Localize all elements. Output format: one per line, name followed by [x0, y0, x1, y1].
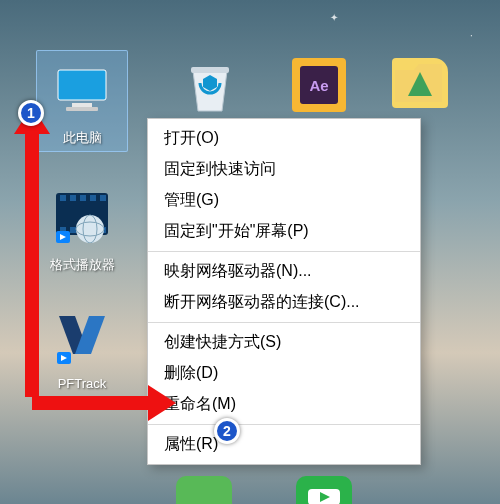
- menu-separator: [148, 322, 420, 323]
- svg-rect-7: [80, 195, 86, 201]
- icon-label: PFTrack: [36, 376, 128, 391]
- star-decoration: ✦: [330, 12, 338, 23]
- desktop-icon-recycle-bin[interactable]: [170, 54, 242, 128]
- desktop-icon-pftrack[interactable]: PFTrack: [36, 302, 128, 391]
- computer-icon: [42, 55, 122, 125]
- annotation-arrow-2: [32, 396, 150, 410]
- menu-item-manage[interactable]: 管理(G): [148, 185, 420, 216]
- menu-item-open[interactable]: 打开(O): [148, 123, 420, 154]
- annotation-arrow-1: [25, 132, 39, 397]
- desktop-icon-player[interactable]: 格式播放器: [36, 182, 128, 274]
- svg-rect-2: [72, 103, 92, 107]
- video-player-icon: [42, 182, 122, 252]
- svg-rect-9: [100, 195, 106, 201]
- menu-item-create-shortcut[interactable]: 创建快捷方式(S): [148, 327, 420, 358]
- menu-item-pin-start[interactable]: 固定到"开始"屏幕(P): [148, 216, 420, 247]
- after-effects-icon: Ae: [300, 66, 338, 104]
- desktop-icon-folder[interactable]: [392, 58, 448, 108]
- svg-point-17: [76, 215, 104, 243]
- star-decoration: ·: [470, 30, 473, 41]
- menu-item-properties[interactable]: 属性(R): [148, 429, 420, 460]
- svg-rect-5: [60, 195, 66, 201]
- icon-label: 此电脑: [37, 129, 127, 147]
- menu-item-disconnect-drive[interactable]: 断开网络驱动器的连接(C)...: [148, 287, 420, 318]
- desktop-icon-iqiyi[interactable]: [296, 476, 352, 504]
- folder-icon: [392, 58, 448, 108]
- menu-separator: [148, 424, 420, 425]
- iqiyi-icon: [306, 487, 342, 504]
- desktop-icon-this-pc[interactable]: 此电脑: [36, 50, 128, 152]
- menu-item-map-drive[interactable]: 映射网络驱动器(N)...: [148, 256, 420, 287]
- svg-rect-11: [70, 227, 76, 233]
- desktop-icon-ae[interactable]: Ae: [292, 58, 346, 112]
- menu-separator: [148, 251, 420, 252]
- pftrack-icon: [42, 302, 122, 372]
- annotation-badge-2: 2: [214, 418, 240, 444]
- desktop-icon-partial[interactable]: [176, 476, 232, 504]
- menu-item-delete[interactable]: 删除(D): [148, 358, 420, 389]
- svg-rect-8: [90, 195, 96, 201]
- svg-rect-6: [70, 195, 76, 201]
- svg-rect-0: [58, 70, 106, 100]
- annotation-badge-1: 1: [18, 100, 44, 126]
- recycle-bin-icon: [170, 54, 250, 124]
- menu-item-pin-quick-access[interactable]: 固定到快速访问: [148, 154, 420, 185]
- icon-label: 格式播放器: [36, 256, 128, 274]
- svg-rect-25: [191, 67, 229, 73]
- context-menu: 打开(O) 固定到快速访问 管理(G) 固定到"开始"屏幕(P) 映射网络驱动器…: [147, 118, 421, 465]
- menu-item-rename[interactable]: 重命名(M): [148, 389, 420, 420]
- svg-rect-3: [66, 107, 98, 111]
